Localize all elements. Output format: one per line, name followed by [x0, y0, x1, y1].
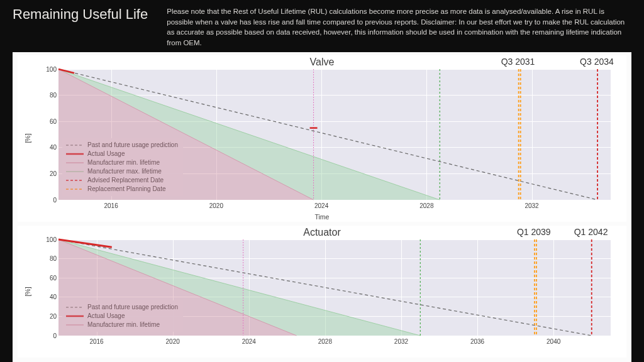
y-tick: 60 — [42, 274, 57, 281]
date-annotation: Q1 2042 — [574, 227, 608, 237]
y-tick: 40 — [42, 144, 57, 151]
legend-swatch — [66, 160, 84, 166]
legend-item: Actual Usage — [66, 150, 178, 158]
x-tick: 2028 — [318, 338, 332, 345]
legend-swatch — [66, 151, 84, 157]
legend-item: Manufacturer min. lifetime — [66, 158, 178, 167]
legend-swatch — [66, 168, 84, 175]
chart-valve: Valve UReasonINTELLIGENCE FIRST Past and… — [18, 55, 626, 222]
y-tick: 20 — [42, 313, 57, 320]
legend-label: Manufacturer max. lifetime — [87, 167, 162, 176]
y-tick: 40 — [42, 293, 57, 300]
y-tick: 60 — [42, 118, 57, 124]
plot-area: Past and future usage predictionActual U… — [58, 69, 611, 200]
legend-swatch — [66, 142, 84, 148]
legend-item: Actual Usage — [66, 312, 178, 321]
x-tick: 2016 — [89, 338, 103, 345]
chart-actuator: Actuator Past and future usage predictio… — [18, 226, 626, 358]
date-annotation: Q3 2031 — [501, 57, 535, 67]
x-tick: 2040 — [547, 338, 560, 345]
y-axis-label: [%] — [24, 287, 31, 296]
x-tick: 2024 — [314, 202, 328, 209]
legend-label: Actual Usage — [87, 150, 125, 158]
page-description: Please note that the Rest of Useful Life… — [167, 6, 631, 48]
x-tick: 2036 — [470, 338, 484, 345]
legend-item: Replacement Planning Date — [66, 185, 178, 194]
plot-area: Past and future usage predictionActual U… — [58, 239, 611, 336]
y-tick: 0 — [42, 196, 57, 203]
legend-item: Past and future usage prediction — [66, 141, 178, 150]
y-tick: 80 — [42, 255, 57, 262]
legend: Past and future usage predictionActual U… — [62, 300, 183, 332]
legend-swatch — [66, 313, 84, 319]
x-tick: 2016 — [104, 202, 118, 209]
legend-item: Past and future usage prediction — [66, 303, 178, 312]
page-title: Remaining Useful Life — [13, 6, 148, 22]
x-tick: 2032 — [525, 202, 538, 209]
legend-swatch — [66, 322, 84, 328]
legend-item: Manufacturer max. lifetime — [66, 167, 178, 176]
legend-label: Manufacturer min. lifetime — [87, 321, 160, 329]
header: Remaining Useful Life Please note that t… — [0, 0, 644, 52]
y-axis-label: [%] — [24, 134, 31, 143]
x-axis-label: Time — [18, 213, 626, 221]
legend: Past and future usage predictionActual U… — [62, 138, 183, 196]
date-annotation: Q3 2034 — [580, 57, 614, 67]
legend-label: Replacement Planning Date — [87, 185, 166, 194]
legend-label: Past and future usage prediction — [87, 141, 178, 150]
legend-label: Actual Usage — [87, 312, 125, 321]
legend-swatch — [66, 186, 84, 192]
x-tick: 2020 — [166, 338, 180, 345]
x-tick: 2028 — [419, 202, 433, 209]
legend-label: Past and future usage prediction — [87, 303, 178, 312]
legend-item: Manufacturer min. lifetime — [66, 321, 178, 329]
y-tick: 100 — [42, 65, 57, 72]
legend-label: Manufacturer min. lifetime — [87, 158, 160, 167]
y-tick: 80 — [42, 92, 57, 99]
legend-item: Advised Replacement Date — [66, 176, 178, 185]
legend-swatch — [66, 177, 84, 184]
x-tick: 2020 — [209, 202, 223, 209]
x-tick: 2024 — [242, 338, 256, 345]
charts-container: Valve UReasonINTELLIGENCE FIRST Past and… — [13, 52, 631, 362]
x-tick: 2032 — [394, 338, 408, 345]
legend-swatch — [66, 304, 84, 310]
date-annotation: Q1 2039 — [517, 227, 551, 237]
y-tick: 20 — [42, 170, 57, 177]
chart-title: Valve — [18, 55, 626, 69]
y-tick: 100 — [42, 236, 57, 243]
legend-label: Advised Replacement Date — [87, 176, 164, 185]
y-tick: 0 — [42, 332, 57, 339]
